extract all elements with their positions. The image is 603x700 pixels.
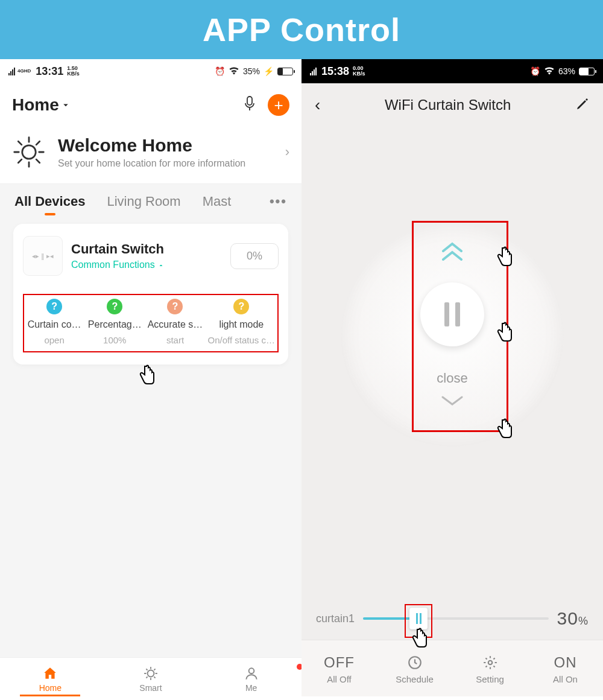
screen-home: 4GHD 13:31 1.50 KB/s ⏰ 35% ⚡ Home	[0, 59, 302, 696]
page-title: WiFi Curtain Switch	[320, 97, 575, 113]
battery-pct: 63%	[558, 66, 575, 76]
speed-unit: KB/s	[353, 71, 365, 77]
tap-hand-icon	[491, 416, 516, 443]
alarm-icon: ⏰	[530, 66, 540, 76]
svg-line-6	[18, 141, 22, 145]
wifi-icon	[229, 66, 239, 77]
chevron-right-icon: ›	[285, 144, 289, 160]
sun-icon	[12, 135, 46, 169]
wifi-icon	[544, 66, 555, 77]
open-button[interactable]	[437, 240, 467, 267]
welcome-title: Welcome Home	[58, 135, 245, 156]
svg-rect-0	[247, 97, 252, 105]
curtain-slider[interactable]	[363, 617, 549, 620]
svg-line-8	[36, 141, 40, 145]
svg-point-21	[488, 661, 492, 665]
tab-all-on[interactable]: ONAll On	[528, 654, 603, 684]
common-functions-toggle[interactable]: Common Functions	[71, 259, 165, 270]
welcome-subtitle: Set your home location for more informat…	[58, 158, 245, 169]
tab-all-devices[interactable]: All Devices	[14, 194, 85, 209]
device-name: Curtain Switch	[71, 241, 165, 257]
tab-living-room[interactable]: Living Room	[107, 194, 180, 209]
tap-hand-icon	[134, 363, 158, 389]
close-button[interactable]	[439, 393, 466, 410]
device-tabs: All Devices Living Room Mast •••	[0, 184, 302, 215]
status-bar: 4GHD 13:31 1.50 KB/s ⏰ 35% ⚡	[0, 59, 302, 83]
status-time: 13:31	[36, 65, 63, 78]
curtain-dial: close	[341, 223, 564, 447]
battery-icon	[579, 68, 595, 75]
svg-line-9	[18, 159, 22, 163]
function-curtain-control[interactable]: ?Curtain co…open	[24, 299, 84, 345]
tabs-more[interactable]: •••	[270, 194, 287, 209]
functions-row: ?Curtain co…open ?Percentag…100% ?Accura…	[23, 294, 279, 352]
pause-button[interactable]	[420, 282, 484, 346]
bottom-nav: Home Smart Me	[0, 657, 302, 696]
tab-master[interactable]: Mast	[203, 194, 232, 209]
speed-unit: KB/s	[67, 71, 80, 77]
svg-line-17	[154, 669, 155, 670]
svg-line-16	[154, 676, 155, 678]
clock-icon	[407, 655, 423, 670]
alarm-icon: ⏰	[215, 66, 225, 76]
nav-smart[interactable]: Smart	[101, 665, 201, 693]
back-button[interactable]: ‹	[315, 95, 320, 115]
svg-line-15	[146, 669, 147, 670]
status-bar: 15:38 0.00 KB/s ⏰ 63%	[302, 59, 603, 83]
welcome-card[interactable]: Welcome Home Set your home location for …	[0, 126, 302, 184]
edit-icon[interactable]	[575, 97, 590, 113]
tab-all-off[interactable]: OFFAll Off	[302, 654, 377, 684]
function-percentage[interactable]: ?Percentag…100%	[84, 299, 145, 345]
device-card[interactable]: ◂▸ ‖ ▸◂ Curtain Switch Common Functions …	[13, 224, 288, 364]
tap-hand-icon	[491, 244, 516, 271]
battery-icon	[277, 68, 293, 75]
tab-setting[interactable]: Setting	[452, 654, 528, 684]
slider-label: curtain1	[316, 612, 355, 625]
svg-point-1	[22, 145, 36, 159]
close-label: close	[437, 371, 467, 386]
gear-icon	[482, 655, 498, 670]
mic-icon[interactable]	[242, 95, 257, 115]
svg-point-19	[248, 668, 254, 673]
device-percent: 0%	[230, 243, 279, 269]
add-button[interactable]: +	[268, 94, 289, 116]
function-light-mode[interactable]: ?light modeOn/off status c…	[206, 299, 277, 345]
device-thumbnail: ◂▸ ‖ ▸◂	[23, 236, 63, 276]
charging-icon: ⚡	[264, 66, 274, 76]
nav-me[interactable]: Me	[201, 665, 302, 693]
nav-home[interactable]: Home	[0, 665, 101, 693]
svg-line-7	[36, 159, 40, 163]
network-label: 4GHD	[17, 69, 31, 74]
control-tabs: OFFAll Off Schedule Setting ONAll On	[302, 640, 603, 696]
signal-icon	[310, 67, 317, 75]
slider-row: curtain1 30%	[302, 608, 603, 629]
slider-percent: 30%	[557, 608, 589, 629]
tab-schedule[interactable]: Schedule	[377, 654, 452, 684]
home-dropdown[interactable]: Home	[12, 95, 71, 115]
banner-title: APP Control	[0, 0, 603, 59]
svg-point-10	[148, 670, 154, 677]
function-accurate[interactable]: ?Accurate s…start	[145, 299, 205, 345]
signal-icon	[8, 67, 15, 75]
tap-hand-icon	[491, 320, 516, 346]
svg-line-18	[146, 676, 147, 678]
battery-pct: 35%	[243, 66, 260, 76]
tap-hand-icon	[406, 626, 431, 652]
status-time: 15:38	[321, 65, 349, 78]
screen-device-control: 15:38 0.00 KB/s ⏰ 63% ‹ WiFi Curtain Swi…	[302, 59, 603, 696]
